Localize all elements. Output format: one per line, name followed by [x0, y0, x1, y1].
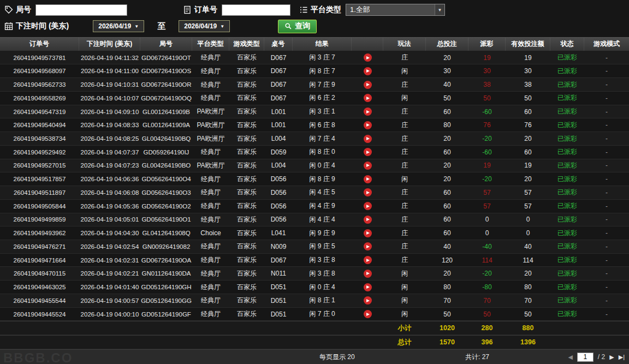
cell-table-no: L004 — [264, 159, 293, 172]
cell-result: 闲 3 庄 8 — [293, 254, 352, 267]
play-video-button[interactable] — [364, 121, 372, 129]
cell-status: 已派彩 — [550, 254, 584, 267]
cell-game-type: 百家乐 — [229, 186, 264, 199]
cell-status: 已派彩 — [550, 267, 584, 280]
play-video-button[interactable] — [364, 94, 372, 102]
cell-total-bet: 60 — [426, 200, 468, 213]
cell-status: 已派彩 — [550, 132, 584, 145]
cell-round-no: GD067264190OT — [140, 51, 192, 64]
play-video-button[interactable] — [364, 135, 372, 143]
cell-payout: -20 — [468, 132, 506, 145]
play-video-button[interactable] — [364, 108, 372, 116]
cell-game-type: 百家乐 — [229, 132, 264, 145]
cell-total-bet: 60 — [426, 213, 468, 226]
play-video-button[interactable] — [364, 256, 372, 264]
play-icon — [366, 110, 370, 114]
cell-order-no: 260419049499859 — [0, 213, 79, 226]
order-no-input[interactable] — [222, 4, 290, 16]
cell-round-no: GD051264190GH — [140, 281, 192, 294]
cell-game-mode: - — [584, 64, 629, 77]
cell-game-mode: - — [584, 254, 629, 267]
cell-bet-time: 2026-04-19 04:06:08 — [79, 186, 140, 199]
cell-status: 已派彩 — [550, 294, 584, 307]
play-icon — [366, 231, 370, 235]
play-video-button[interactable] — [364, 67, 372, 75]
cell-table-no: D056 — [264, 172, 293, 186]
cell-platform-type: 经典厅 — [192, 281, 229, 294]
prev-page-button[interactable]: ◀ — [568, 354, 572, 360]
cell-play-method: 庄 — [383, 51, 426, 64]
cell-play-method: 庄 — [383, 213, 426, 226]
cell-play-method: 庄 — [383, 254, 426, 267]
play-icon — [366, 137, 370, 140]
cell-order-no: 260419049493962 — [0, 226, 79, 240]
cell-result: 闲 0 庄 4 — [293, 159, 352, 172]
date-to-button[interactable]: 2026/04/19 ▼ — [179, 20, 230, 32]
cell-valid-bet: 30 — [506, 64, 550, 77]
col-header-bet-time: 下注时间 (美东) — [79, 38, 140, 51]
cell-platform-type: 经典厅 — [192, 200, 229, 213]
cell-table-no: D051 — [264, 308, 293, 321]
cell-game-type: 百家乐 — [229, 254, 264, 267]
cell-bet-time: 2026-04-19 04:07:23 — [79, 159, 140, 172]
cell-round-no: GD067264190OR — [140, 78, 192, 91]
cell-result: 闲 9 庄 5 — [293, 240, 352, 253]
cell-status: 已派彩 — [550, 146, 584, 159]
cell-table-no: L001 — [264, 118, 293, 132]
cell-total-bet: 20 — [426, 267, 468, 280]
next-page-button[interactable]: ▶ — [609, 354, 614, 360]
cell-order-no: 260419049511897 — [0, 186, 79, 199]
cell-platform-type: 经典厅 — [192, 186, 229, 199]
table-row: 260419049445524 2026-04-19 04:00:10 GD05… — [0, 308, 629, 321]
play-video-button[interactable] — [364, 162, 372, 170]
cell-game-type: 百家乐 — [229, 172, 264, 186]
cell-valid-bet: 60 — [506, 105, 550, 118]
cell-round-no: GD051264190GF — [140, 308, 192, 321]
date-from-button[interactable]: 2026/04/19 ▼ — [93, 20, 144, 32]
play-video-button[interactable] — [364, 229, 372, 237]
cell-game-type: 百家乐 — [229, 78, 264, 91]
play-video-button[interactable] — [364, 175, 372, 183]
play-video-button[interactable] — [364, 216, 372, 224]
cell-platform-type: 经典厅 — [192, 92, 229, 105]
cell-table-no: D067 — [264, 64, 293, 77]
last-page-button[interactable]: ▶| — [619, 354, 625, 360]
play-video-button[interactable] — [364, 310, 372, 318]
page-input[interactable] — [577, 353, 594, 362]
cell-play-method: 闲 — [383, 281, 426, 294]
cell-valid-bet: 80 — [506, 281, 550, 294]
play-icon — [366, 313, 370, 316]
play-video-button[interactable] — [364, 53, 372, 62]
play-video-button[interactable] — [364, 202, 372, 210]
cell-bet-time: 2026-04-19 04:11:00 — [79, 64, 140, 77]
play-video-button[interactable] — [364, 296, 372, 305]
cell-platform-type: PA欧洲厅 — [192, 132, 229, 145]
play-video-button[interactable] — [364, 242, 372, 250]
query-button[interactable]: 查询 — [278, 20, 317, 33]
cell-status: 已派彩 — [550, 226, 584, 240]
cell-play-method: 庄 — [383, 186, 426, 199]
cell-order-no: 260419049527015 — [0, 159, 79, 172]
cell-game-mode: - — [584, 200, 629, 213]
cell-result: 闲 7 庄 0 — [293, 308, 352, 321]
grand-total-payout: 396 — [468, 336, 506, 349]
cell-play-method: 庄 — [383, 159, 426, 172]
cell-result: 闲 3 庄 8 — [293, 267, 352, 280]
cell-valid-bet: 50 — [506, 308, 550, 321]
cell-platform-type: 经典厅 — [192, 240, 229, 253]
cell-payout: 50 — [468, 92, 506, 105]
play-video-button[interactable] — [364, 81, 372, 89]
grand-total-total-bet: 1570 — [426, 336, 468, 349]
play-video-button[interactable] — [364, 148, 372, 156]
game-no-input[interactable] — [35, 4, 127, 16]
cell-payout: 57 — [468, 200, 506, 213]
play-video-button[interactable] — [364, 270, 372, 278]
cell-game-type: 百家乐 — [229, 267, 264, 280]
subtotal-payout: 280 — [468, 321, 506, 335]
play-video-button[interactable] — [364, 188, 372, 196]
grand-total-row: 总计 1570 396 1396 — [0, 335, 629, 349]
play-video-button[interactable] — [364, 283, 372, 291]
cell-bet-time: 2026-04-19 04:10:07 — [79, 92, 140, 105]
platform-type-select[interactable]: 1.全部 ▼ — [346, 4, 445, 16]
cell-total-bet: 50 — [426, 92, 468, 105]
